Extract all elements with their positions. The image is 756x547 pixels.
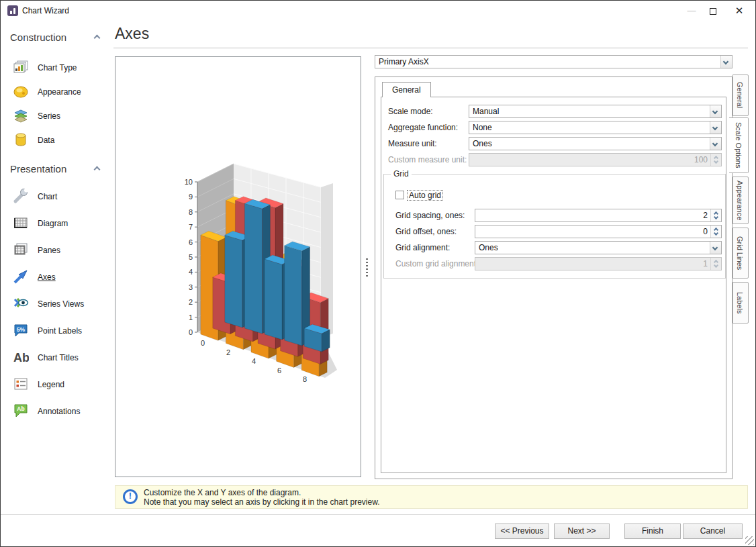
panes-icon	[13, 242, 29, 258]
vtab-general[interactable]: General	[733, 74, 749, 116]
sidebar-item-label: Series Views	[38, 299, 84, 309]
sidebar-item-label: Data	[38, 136, 54, 145]
field-scale-mode[interactable]: Manual	[469, 105, 722, 118]
vtab-grid-lines[interactable]: Grid Lines	[733, 228, 749, 279]
vtab-labels[interactable]: Labels	[733, 282, 749, 324]
svg-text:1: 1	[189, 313, 193, 321]
maximize-button[interactable]	[703, 1, 723, 21]
window-title: Chart Wizard	[22, 6, 69, 15]
svg-text:Ab: Ab	[13, 351, 29, 364]
sidebar-item-chart-titles[interactable]: AbChart Titles	[10, 347, 111, 368]
close-button[interactable]: ✕	[729, 1, 749, 21]
grid-groupbox: Grid Auto grid Grid spacing, ones:2Grid …	[383, 174, 726, 279]
svg-text:6: 6	[189, 238, 193, 246]
chevron-down-icon	[714, 263, 718, 268]
footer-divider	[1, 514, 755, 515]
combo-dropdown-button[interactable]	[710, 138, 721, 150]
combo-dropdown-button[interactable]	[710, 105, 721, 117]
section-header-construction[interactable]: Construction	[10, 32, 104, 43]
chart-icon	[13, 188, 29, 204]
axis-selector-value: Primary AxisX	[379, 57, 429, 66]
sidebar-item-label: Axes	[38, 272, 56, 282]
info-line-1: Customize the X and Y axes of the diagra…	[144, 488, 301, 497]
spin-buttons[interactable]	[710, 226, 721, 238]
general-tab-page: Scale mode:ManualAggregate function:None…	[381, 97, 726, 473]
vtab-appearance[interactable]: Appearance	[733, 177, 749, 224]
chevron-down-icon	[712, 109, 718, 114]
next-button[interactable]: Next >>	[554, 524, 610, 539]
spin-value: 100	[694, 155, 708, 164]
svg-text:7: 7	[189, 223, 193, 231]
svg-text:9: 9	[189, 193, 193, 201]
sidebar-item-label: Annotations	[38, 407, 80, 416]
field-grid-alignment[interactable]: Ones	[475, 241, 722, 254]
section-header-presentation[interactable]: Presentation	[10, 163, 104, 175]
chart-titles-icon: Ab	[13, 349, 29, 365]
app-icon	[7, 5, 18, 16]
combo-dropdown-button[interactable]	[720, 56, 732, 68]
field-custom-grid-alignment: 1	[475, 257, 722, 270]
heading-divider	[113, 48, 748, 48]
auto-grid-checkbox[interactable]	[395, 191, 404, 199]
appearance-icon	[13, 83, 29, 99]
diagram-icon	[13, 215, 29, 231]
sidebar-item-series-views[interactable]: Series Views	[10, 293, 111, 315]
combo-dropdown-button[interactable]	[710, 121, 721, 134]
info-line-2: Note that you may select an axis by clic…	[144, 497, 380, 507]
previous-button[interactable]: << Previous	[495, 524, 549, 539]
resize-grip[interactable]	[745, 536, 754, 545]
spin-buttons	[710, 154, 721, 166]
axis-selector-combo[interactable]: Primary AxisX	[375, 55, 733, 68]
spin-buttons[interactable]	[710, 209, 721, 221]
chevron-down-icon	[712, 125, 718, 130]
sidebar-item-panes[interactable]: Panes	[10, 240, 111, 261]
field-grid-offset-ones[interactable]: 0	[475, 225, 722, 238]
sidebar-item-data[interactable]: Data	[10, 130, 111, 151]
combo-dropdown-button[interactable]	[710, 242, 721, 254]
data-icon	[13, 132, 29, 148]
legend-icon	[13, 376, 29, 392]
splitter-handle[interactable]	[365, 258, 368, 277]
svg-text:8: 8	[189, 208, 193, 216]
sidebar-item-label: Panes	[38, 246, 60, 255]
sidebar-item-label: Legend	[38, 380, 64, 389]
sidebar-item-chart-type[interactable]: Chart Type	[10, 57, 111, 79]
sidebar-item-label: Diagram	[38, 219, 68, 228]
sidebar-item-diagram[interactable]: Diagram	[10, 213, 111, 234]
spin-value[interactable]: 2	[703, 211, 708, 220]
chevron-down-icon	[714, 159, 718, 164]
chevron-up-icon	[94, 35, 101, 42]
spin-value[interactable]: 0	[703, 227, 708, 236]
combo-value: Manual	[473, 107, 499, 116]
sidebar-item-axes[interactable]: Axes	[10, 266, 111, 288]
vtab-scale-options[interactable]: Scale Options	[729, 117, 749, 173]
svg-text:3: 3	[189, 283, 193, 291]
field-aggregate-function[interactable]: None	[469, 121, 722, 134]
svg-text:0: 0	[201, 339, 205, 347]
field-grid-spacing-ones[interactable]: 2	[475, 209, 722, 222]
tab-general[interactable]: General	[382, 82, 431, 97]
sidebar-item-appearance[interactable]: Appearance	[10, 81, 111, 103]
annotations-icon: Ab	[13, 403, 29, 419]
spin-buttons	[710, 258, 721, 270]
field-measure-unit[interactable]: Ones	[469, 137, 722, 150]
page-title: Axes	[115, 25, 149, 43]
chart-preview-panel[interactable]: 01234567891002468	[115, 56, 361, 477]
chart-wizard-window: Chart Wizard — ✕ ConstructionChart TypeA…	[0, 0, 756, 547]
svg-text:4: 4	[189, 268, 193, 276]
sidebar-item-legend[interactable]: Legend	[10, 374, 111, 395]
sidebar-item-annotations[interactable]: AbAnnotations	[10, 401, 111, 422]
auto-grid-label[interactable]: Auto grid	[408, 191, 442, 200]
chevron-down-icon	[712, 245, 718, 250]
sidebar-item-point-labels[interactable]: 5%Point Labels	[10, 320, 111, 342]
sidebar-item-series[interactable]: Series	[10, 105, 111, 127]
series-views-icon	[13, 295, 29, 311]
grid-group-caption: Grid	[391, 169, 412, 179]
cancel-button[interactable]: Cancel	[683, 524, 743, 539]
svg-text:2: 2	[189, 298, 193, 306]
minimize-button[interactable]: —	[681, 1, 702, 21]
finish-button[interactable]: Finish	[624, 524, 681, 539]
axis-settings-panel: General Scale mode:ManualAggregate funct…	[375, 77, 733, 479]
sidebar-item-chart[interactable]: Chart	[10, 186, 111, 207]
chart-preview-3d[interactable]: 01234567891002468	[115, 57, 361, 477]
